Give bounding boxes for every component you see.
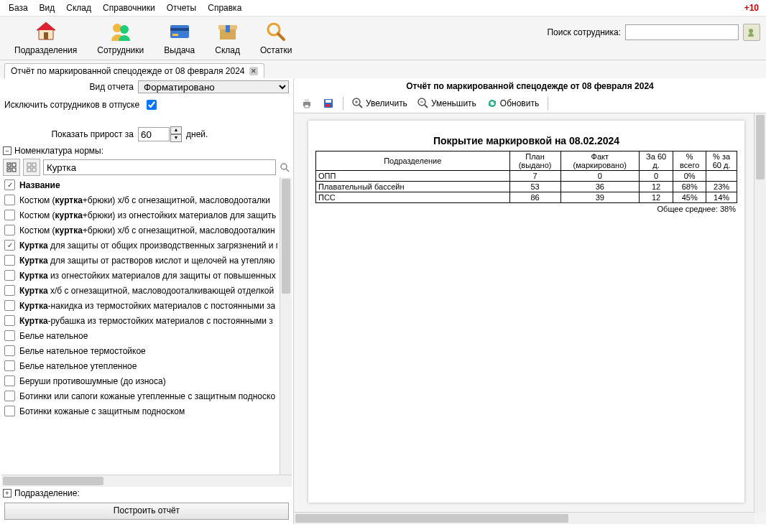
list-item[interactable]: Костюм (куртка+брюки) из огнестойких мат… xyxy=(1,207,280,223)
employee-search-label: Поиск сотрудника: xyxy=(547,27,621,37)
item-label: Куртка из огнестойких материалов для защ… xyxy=(19,271,276,281)
list-vscroll[interactable] xyxy=(280,177,292,475)
svg-rect-2 xyxy=(44,32,48,39)
close-tab-icon[interactable]: ✕ xyxy=(249,67,258,75)
tab-bar: Отчёт по маркированной спецодежде от 08 … xyxy=(0,60,766,78)
growth-unit: дней. xyxy=(186,129,208,139)
exclude-vacation-checkbox[interactable] xyxy=(147,100,157,110)
employee-search-button[interactable] xyxy=(743,24,760,41)
item-label: Куртка х/б с огнезащитной, масловодоотал… xyxy=(19,286,274,296)
list-item[interactable]: Ботинки кожаные с защитным подноском xyxy=(1,403,280,419)
box-icon xyxy=(216,19,240,44)
zoom-in-button[interactable]: Увеличить xyxy=(349,96,410,111)
refresh-button[interactable]: Обновить xyxy=(484,96,542,111)
item-label: Куртка для защиты от растворов кислот и … xyxy=(19,256,275,266)
save-button[interactable] xyxy=(320,96,337,111)
svg-rect-18 xyxy=(27,163,31,167)
table-row: Плавательный бассейн53361268%23% xyxy=(316,182,737,192)
list-item[interactable]: ✓Куртка для защиты от общих производстве… xyxy=(1,238,280,253)
item-checkbox[interactable] xyxy=(4,255,15,266)
item-checkbox[interactable] xyxy=(4,210,15,220)
col-header: За 60д. xyxy=(640,151,673,171)
col-header: План(выдано) xyxy=(509,151,560,171)
menu-stock[interactable]: Склад xyxy=(60,1,97,14)
report-type-label: Вид отчета xyxy=(4,82,138,92)
list-item[interactable]: Костюм (куртка+брюки) х/б с огнезащитной… xyxy=(1,192,280,207)
list-item[interactable]: Куртка из огнестойких материалов для защ… xyxy=(1,268,280,283)
svg-marker-1 xyxy=(37,22,55,30)
menu-view[interactable]: Вид xyxy=(34,1,61,14)
svg-point-13 xyxy=(749,29,753,33)
svg-rect-21 xyxy=(32,168,36,172)
item-label: Куртка для защиты от общих производствен… xyxy=(19,241,277,251)
item-checkbox[interactable] xyxy=(4,270,15,281)
toolbar-employees[interactable]: Сотрудники xyxy=(97,19,144,55)
list-item[interactable]: Беруши противошумные (до износа) xyxy=(1,373,280,388)
svg-line-35 xyxy=(425,105,428,108)
preview-vscroll[interactable] xyxy=(754,113,766,513)
nomenclature-filter-input[interactable] xyxy=(43,159,276,175)
menu-help[interactable]: Справка xyxy=(202,1,247,14)
menu-reports[interactable]: Отчеты xyxy=(161,1,202,14)
report-type-select[interactable]: Форматировано xyxy=(138,80,289,93)
collapse-icon[interactable]: − xyxy=(3,146,11,155)
list-item[interactable]: Куртка-рубашка из термостойких материало… xyxy=(1,313,280,328)
preview-hscroll[interactable] xyxy=(294,512,755,524)
item-checkbox[interactable]: ✓ xyxy=(4,240,15,251)
item-checkbox[interactable] xyxy=(4,375,15,386)
table-row: ПСС86391245%14% xyxy=(316,192,737,203)
list-item[interactable]: Ботинки или сапоги кожаные утепленные с … xyxy=(1,388,280,403)
item-checkbox[interactable] xyxy=(4,300,15,311)
toolbar-issue[interactable]: Выдача xyxy=(164,19,195,55)
toolbar-departments[interactable]: Подразделения xyxy=(14,19,77,55)
employee-search: Поиск сотрудника: xyxy=(547,24,760,41)
toolbar-stock[interactable]: Склад xyxy=(215,19,240,55)
menu-base[interactable]: База xyxy=(3,1,34,14)
page-heading: Покрытие маркировкой на 08.02.2024 xyxy=(315,135,737,146)
search-icon[interactable] xyxy=(279,162,290,173)
list-item[interactable]: Куртка х/б с огнезащитной, масловодоотал… xyxy=(1,283,280,298)
department-section[interactable]: + Подразделение: xyxy=(0,487,293,500)
growth-days-input[interactable] xyxy=(138,127,170,141)
item-checkbox[interactable] xyxy=(4,195,15,205)
list-item[interactable]: Белье нательное термостойкое xyxy=(1,343,280,358)
print-button[interactable] xyxy=(298,96,315,111)
spin-up-icon[interactable]: ▲ xyxy=(170,126,182,134)
report-tab[interactable]: Отчёт по маркированной спецодежде от 08 … xyxy=(4,63,264,78)
house-icon xyxy=(34,19,58,44)
toolbar-remains[interactable]: Остатки xyxy=(260,19,292,55)
expand-icon[interactable]: + xyxy=(3,489,11,498)
notification-badge[interactable]: +10 xyxy=(744,3,763,13)
list-item[interactable]: Костюм (куртка+брюки) х/б с огнезащитной… xyxy=(1,223,280,238)
svg-rect-26 xyxy=(305,105,309,108)
list-hscroll[interactable] xyxy=(1,475,292,487)
build-report-button[interactable]: Построить отчёт xyxy=(4,503,289,520)
item-checkbox[interactable] xyxy=(4,345,15,356)
item-checkbox[interactable] xyxy=(4,225,15,235)
nomenclature-section[interactable]: − Номенклатура нормы: xyxy=(0,144,293,157)
item-checkbox[interactable] xyxy=(4,406,15,416)
list-item[interactable]: Куртка для защиты от растворов кислот и … xyxy=(1,253,280,268)
check-all-button[interactable] xyxy=(3,159,20,176)
employee-search-input[interactable] xyxy=(625,24,739,40)
item-checkbox[interactable] xyxy=(4,330,15,341)
item-checkbox[interactable] xyxy=(4,285,15,296)
report-title: Отчёт по маркированной спецодежде от 08 … xyxy=(294,78,766,94)
item-label: Ботинки кожаные с защитным подноском xyxy=(19,406,185,416)
item-checkbox[interactable] xyxy=(4,315,15,326)
report-preview-pane: ◀ Параметры Отчёт по маркированной спецо… xyxy=(294,78,766,524)
item-label: Костюм (куртка+брюки) х/б с огнезащитной… xyxy=(19,195,270,205)
spin-down-icon[interactable]: ▼ xyxy=(170,134,182,142)
item-label: Куртка-рубашка из термостойких материало… xyxy=(19,316,273,326)
list-item[interactable]: Куртка-накидка из термостойких материало… xyxy=(1,298,280,313)
col-header: %всего xyxy=(673,151,706,171)
uncheck-all-button[interactable] xyxy=(23,159,40,176)
menu-ref[interactable]: Справочники xyxy=(97,1,161,14)
zoom-out-button[interactable]: Уменьшить xyxy=(415,96,479,111)
item-checkbox[interactable] xyxy=(4,360,15,371)
list-item[interactable]: Белье нательное xyxy=(1,328,280,343)
list-item[interactable]: Белье нательное утепленное xyxy=(1,358,280,373)
svg-line-31 xyxy=(359,105,362,108)
header-checkbox[interactable]: ✓ xyxy=(4,179,15,190)
item-checkbox[interactable] xyxy=(4,391,15,401)
